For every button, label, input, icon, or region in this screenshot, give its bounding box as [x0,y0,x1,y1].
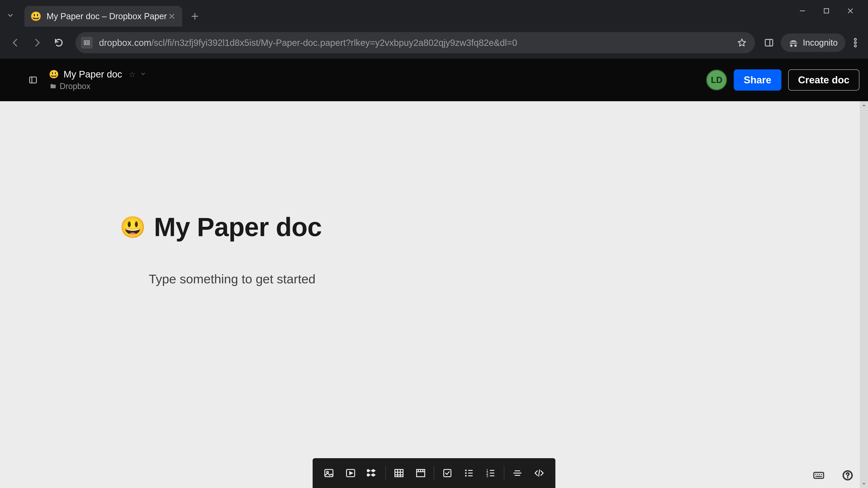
window-minimize-button[interactable] [798,6,807,16]
insert-code-button[interactable] [528,464,550,483]
nav-back-button[interactable] [6,34,24,52]
tab-search-button[interactable] [3,8,18,23]
insert-divider-button[interactable] [506,464,528,483]
address-bar[interactable]: dropbox.com/scl/fi/n3zfj9fyi392l1d8x5ist… [75,32,755,53]
scroll-up-icon[interactable] [860,101,868,109]
svg-point-3 [855,42,857,44]
create-doc-button[interactable]: Create doc [788,69,860,91]
svg-point-14 [465,475,467,477]
svg-rect-18 [814,473,824,478]
breadcrumb[interactable]: Dropbox [60,82,90,91]
vertical-scrollbar[interactable] [860,101,868,488]
svg-rect-5 [30,77,36,83]
nav-forward-button[interactable] [28,34,46,52]
svg-rect-6 [325,469,333,477]
app-header: 😃 My Paper doc ☆ Dropbox LD Share Create… [0,59,868,101]
toolbar-divider [385,466,386,480]
svg-rect-9 [395,469,403,477]
document-body-placeholder[interactable]: Type something to get started [149,271,662,286]
svg-text:3: 3 [486,474,488,478]
insert-video-button[interactable] [340,464,362,483]
tab-favicon: 😃 [30,11,41,22]
document-content[interactable]: 😃 My Paper doc Type something to get sta… [120,212,662,286]
svg-point-13 [465,472,467,474]
svg-rect-0 [824,8,829,13]
share-button[interactable]: Share [734,69,781,91]
svg-point-12 [465,469,467,471]
window-close-button[interactable] [845,6,855,16]
url-text: dropbox.com/scl/fi/n3zfj9fyi392l1d8x5ist… [99,38,517,48]
star-icon[interactable]: ☆ [129,70,135,79]
browser-toolbar: dropbox.com/scl/fi/n3zfj9fyi392l1d8x5ist… [0,27,868,59]
svg-rect-1 [765,39,773,46]
scroll-down-icon[interactable] [860,480,868,488]
nav-reload-button[interactable] [50,34,68,52]
incognito-label: Incognito [803,38,838,48]
doc-header-title[interactable]: My Paper doc [64,69,122,80]
insert-dropbox-button[interactable] [362,464,383,483]
avatar[interactable]: LD [706,70,727,90]
window-controls [798,6,855,16]
new-tab-button[interactable] [186,7,204,25]
document-title[interactable]: My Paper doc [154,212,322,242]
side-panel-icon[interactable] [763,36,775,49]
browser-tab-active[interactable]: 😃 My Paper doc – Dropbox Paper [24,6,182,27]
svg-point-4 [855,45,857,47]
toolbar-divider [434,466,434,480]
insert-bullet-list-button[interactable] [458,464,480,483]
browser-chrome: 😃 My Paper doc – Dropbox Paper dropbox.c… [0,0,868,59]
doc-header-info: 😃 My Paper doc ☆ Dropbox [49,69,146,91]
tab-close-button[interactable] [167,11,177,21]
svg-rect-11 [444,469,451,477]
keyboard-shortcuts-button[interactable] [811,467,827,484]
corner-buttons [811,467,856,484]
document-title-emoji[interactable]: 😃 [120,215,146,239]
browser-menu-button[interactable] [849,36,862,49]
incognito-chip[interactable]: Incognito [781,33,845,52]
insert-toolbar: 123 [313,458,555,488]
insert-image-button[interactable] [318,464,340,483]
insert-timeline-button[interactable] [410,464,432,483]
site-info-icon[interactable] [81,37,93,48]
insert-checkbox-button[interactable] [436,464,458,483]
doc-header-menu-caret[interactable] [140,71,146,78]
svg-point-2 [855,38,857,40]
bookmark-star-icon[interactable] [736,36,748,49]
document-surface: 😃 My Paper doc Type something to get sta… [0,101,868,488]
folder-icon [50,83,57,90]
doc-header-emoji: 😃 [49,70,59,79]
window-maximize-button[interactable] [822,6,831,16]
tab-title: My Paper doc – Dropbox Paper [46,11,167,21]
toolbar-divider [504,466,504,480]
insert-table-button[interactable] [388,464,410,483]
tab-strip: 😃 My Paper doc – Dropbox Paper [0,0,868,27]
help-button[interactable] [839,467,856,484]
sidebar-toggle-button[interactable] [27,74,39,86]
insert-ordered-list-button[interactable]: 123 [480,464,502,483]
